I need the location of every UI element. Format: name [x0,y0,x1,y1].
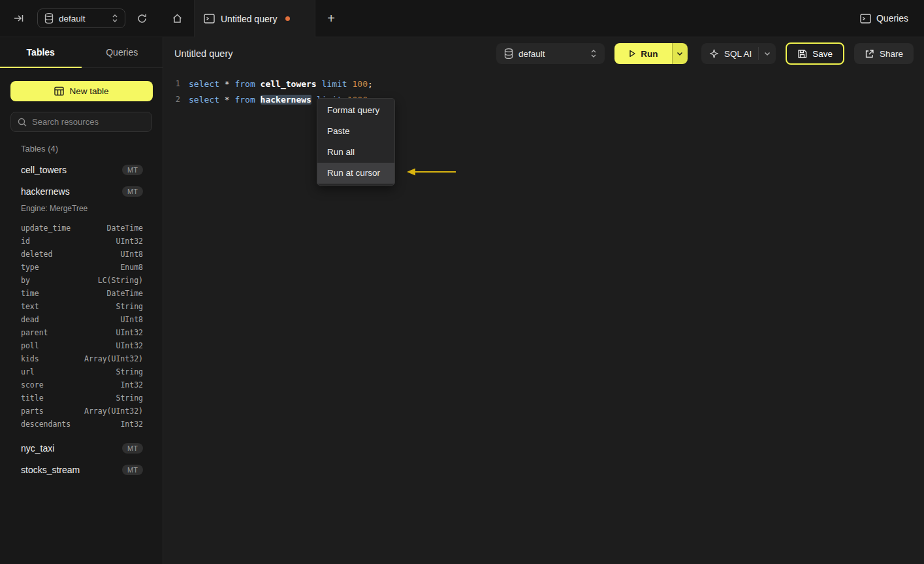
sql-token: select [189,95,225,105]
column-row: typeEnum8 [21,261,143,274]
topbar-database-selector[interactable]: default [37,8,125,28]
run-label: Run [641,49,658,59]
chevron-down-icon [763,50,771,58]
column-name: update_time [21,224,71,233]
engine-badge: MT [122,465,143,475]
column-name: parts [21,406,44,416]
search-icon [18,118,27,127]
search-input[interactable] [32,117,147,127]
collapse-sidebar-button[interactable] [9,8,29,28]
code-line-1: 1 select * from cell_towers limit 100 ; [163,76,924,91]
column-type: Array(UInt32) [84,406,143,416]
column-type: UInt32 [116,341,143,350]
column-type: UInt8 [120,315,143,324]
sql-token-selected: hackernews [261,95,311,105]
queries-icon [860,14,871,24]
table-row-cell-towers[interactable]: cell_towers MT [0,159,163,180]
column-row: kidsArray(UInt32) [21,352,143,365]
sql-ai-options-button[interactable] [759,43,776,64]
table-name: hackernews [21,186,70,197]
menu-item-run-all[interactable]: Run all [317,142,394,163]
column-name: title [21,393,44,403]
column-row: timeDateTime [21,287,143,300]
engine-badge: MT [122,186,143,197]
query-title: Untitled query [174,48,232,59]
play-icon [628,50,636,58]
sql-editor[interactable]: 1 select * from cell_towers limit 100 ; … [163,70,924,107]
new-table-button[interactable]: New table [10,81,153,101]
database-icon [504,48,513,59]
column-type: Int32 [120,380,143,390]
sql-token: * [225,79,235,89]
share-button[interactable]: Share [854,43,914,64]
sidebar-tab-queries[interactable]: Queries [82,37,163,67]
sparkle-ai-icon [709,49,719,59]
engine-badge: MT [122,443,143,454]
column-row: pollUInt32 [21,339,143,352]
save-icon [797,49,807,59]
column-name: type [21,263,39,272]
refresh-button[interactable] [132,8,151,28]
column-type: DateTime [107,289,143,298]
engine-label: Engine: MergeTree [0,202,163,216]
sidebar-tab-tables[interactable]: Tables [0,37,82,67]
column-name: kids [21,354,39,363]
column-name: poll [21,341,39,350]
column-type: UInt32 [116,328,143,337]
tab-label: Untitled query [221,14,277,24]
table-name: stocks_stream [21,465,80,475]
sql-token: ; [368,79,373,89]
home-button[interactable] [167,8,187,28]
updown-chevrons-icon [112,14,118,23]
table-row-nyc-taxi[interactable]: nyc_taxi MT [0,437,163,459]
table-name: nyc_taxi [21,443,54,454]
column-row: parentUInt32 [21,326,143,339]
sql-token: limit [322,79,353,89]
sql-token: 100 [352,79,367,89]
table-row-hackernews[interactable]: hackernews MT [0,180,163,202]
run-button[interactable]: Run [614,43,672,64]
table-name: cell_towers [21,165,67,175]
column-row: titleString [21,391,143,405]
table-grid-icon [54,86,64,96]
column-type: UInt32 [116,237,143,246]
sql-token: select [189,79,225,89]
menu-item-run-at-cursor[interactable]: Run at cursor [317,163,394,184]
tab-untitled-query[interactable]: Untitled query [194,0,315,37]
save-button[interactable]: Save [786,42,844,65]
line-number: 2 [163,95,180,104]
new-tab-button[interactable]: + [321,8,341,28]
code-line-2: 2 select * from hackernews limit 1000 [163,91,924,107]
share-label: Share [880,49,903,59]
editor-context-menu: Format query Paste Run all Run at cursor [317,98,395,186]
sql-token: * [225,95,235,105]
column-row: idUInt32 [21,235,143,248]
column-name: descendants [21,420,71,429]
sql-ai-button[interactable]: SQL AI [701,43,758,64]
column-name: id [21,237,30,246]
sidebar-tabs: Tables Queries [0,37,163,68]
query-database-selector[interactable]: default [496,43,605,64]
column-row: textString [21,300,143,313]
column-row: byLC(String) [21,274,143,287]
new-table-label: New table [69,86,108,96]
queries-button[interactable]: Queries [860,8,908,28]
column-name: parent [21,328,48,337]
column-row: urlString [21,365,143,378]
sql-token: from [234,95,260,105]
share-icon [865,49,874,59]
run-split-button: Run [614,43,688,64]
column-type: String [116,367,143,376]
menu-item-paste[interactable]: Paste [317,121,394,142]
table-list: cell_towers MT hackernews MT Engine: Mer… [0,159,163,480]
column-row: deletedUInt8 [21,248,143,261]
run-options-button[interactable] [672,43,688,64]
column-type: String [116,393,143,403]
tables-section-title: Tables (4) [21,144,143,154]
column-type: Array(UInt32) [84,354,143,363]
column-type: LC(String) [98,276,143,285]
menu-item-format-query[interactable]: Format query [317,100,394,121]
column-name: deleted [21,250,52,259]
queries-label: Queries [876,13,908,24]
table-row-stocks-stream[interactable]: stocks_stream MT [0,459,163,480]
